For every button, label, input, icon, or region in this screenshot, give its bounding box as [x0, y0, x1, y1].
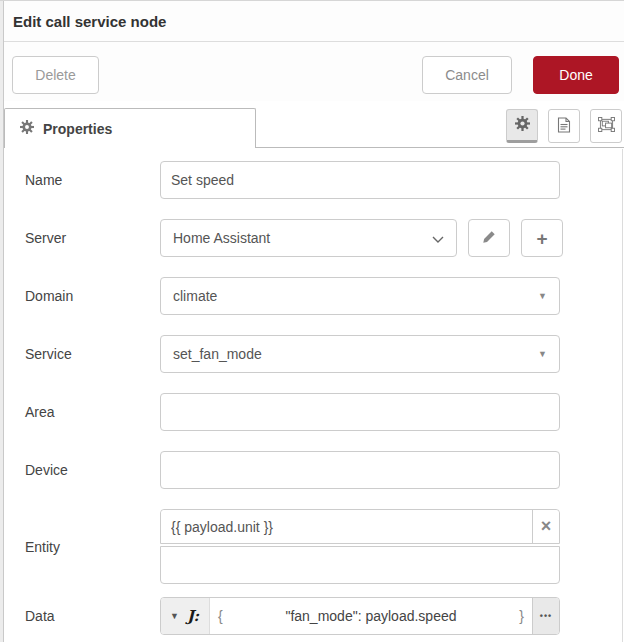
entity-list-item: × — [160, 509, 560, 544]
node-properties-form: Name Server Home Assistant — [4, 148, 624, 635]
entity-list: × — [160, 509, 560, 584]
close-icon: × — [541, 517, 552, 535]
server-field-row: Server Home Assistant + — [4, 219, 624, 257]
caret-down-icon: ▼ — [538, 292, 547, 301]
document-icon — [557, 117, 571, 136]
entity-field-row: Entity × — [4, 509, 624, 584]
name-field-row: Name — [4, 161, 624, 199]
appearance-button[interactable] — [590, 109, 622, 143]
jsonata-expression-icon: J: — [187, 607, 199, 625]
data-typed-input: ▼ J: { "fan_mode": payload.speed } ••• — [160, 597, 560, 635]
pencil-icon — [482, 230, 496, 247]
dialog-header: Edit call service node — [4, 1, 624, 42]
description-button[interactable] — [548, 109, 580, 143]
chevron-down-icon — [432, 230, 444, 246]
page-title: Edit call service node — [13, 13, 166, 30]
data-expression-text: "fan_mode": payload.speed — [223, 608, 520, 624]
entity-input-secondary[interactable] — [160, 546, 560, 584]
data-type-selector[interactable]: ▼ J: — [161, 598, 210, 634]
tab-properties-label: Properties — [43, 121, 112, 137]
delete-button[interactable]: Delete — [12, 56, 99, 94]
done-button[interactable]: Done — [533, 56, 619, 94]
data-field-row: Data ▼ J: { "fan_mode": payload.speed } … — [4, 597, 624, 635]
device-field-row: Device — [4, 451, 624, 489]
object-group-icon — [598, 117, 615, 135]
dialog-toolbar: Delete Cancel Done — [4, 42, 624, 101]
domain-combobox[interactable]: climate ▼ — [160, 277, 560, 315]
cancel-button[interactable]: Cancel — [422, 56, 512, 94]
area-field-row: Area — [4, 393, 624, 431]
close-brace: } — [519, 608, 524, 624]
domain-value: climate — [173, 288, 538, 304]
content-right-border — [622, 149, 623, 642]
properties-gear-button[interactable] — [506, 109, 538, 143]
domain-label: Domain — [25, 288, 160, 304]
data-label: Data — [25, 608, 160, 624]
add-server-button[interactable]: + — [521, 219, 563, 257]
service-combobox[interactable]: set_fan_mode ▼ — [160, 335, 560, 373]
edit-node-dialog: Edit call service node Delete Cancel Don… — [4, 1, 624, 642]
tab-icon-buttons — [506, 109, 622, 143]
gear-icon — [20, 120, 34, 138]
ellipsis-icon: ••• — [540, 612, 552, 621]
service-value: set_fan_mode — [173, 346, 538, 362]
device-input[interactable] — [160, 451, 560, 489]
service-label: Service — [25, 346, 160, 362]
caret-down-icon: ▼ — [538, 350, 547, 359]
editor-tab-bar: Properties — [4, 101, 624, 148]
data-expression-input[interactable]: { "fan_mode": payload.speed } — [210, 598, 532, 634]
entity-label: Entity — [25, 539, 160, 555]
plus-icon: + — [536, 229, 547, 248]
edit-server-button[interactable] — [468, 219, 510, 257]
server-controls: Home Assistant + — [160, 219, 563, 257]
expand-expression-button[interactable]: ••• — [532, 598, 559, 634]
name-label: Name — [25, 172, 160, 188]
service-field-row: Service set_fan_mode ▼ — [4, 335, 624, 373]
remove-entity-button[interactable]: × — [532, 510, 559, 543]
area-input[interactable] — [160, 393, 560, 431]
domain-field-row: Domain climate ▼ — [4, 277, 624, 315]
server-label: Server — [25, 230, 160, 246]
entity-input[interactable] — [161, 510, 532, 543]
server-select-value: Home Assistant — [173, 230, 432, 246]
area-label: Area — [25, 404, 160, 420]
server-select[interactable]: Home Assistant — [160, 219, 457, 257]
name-input[interactable] — [160, 161, 560, 199]
caret-down-icon: ▼ — [170, 612, 179, 621]
gear-icon — [515, 116, 530, 134]
device-label: Device — [25, 462, 160, 478]
tab-properties[interactable]: Properties — [4, 108, 256, 148]
